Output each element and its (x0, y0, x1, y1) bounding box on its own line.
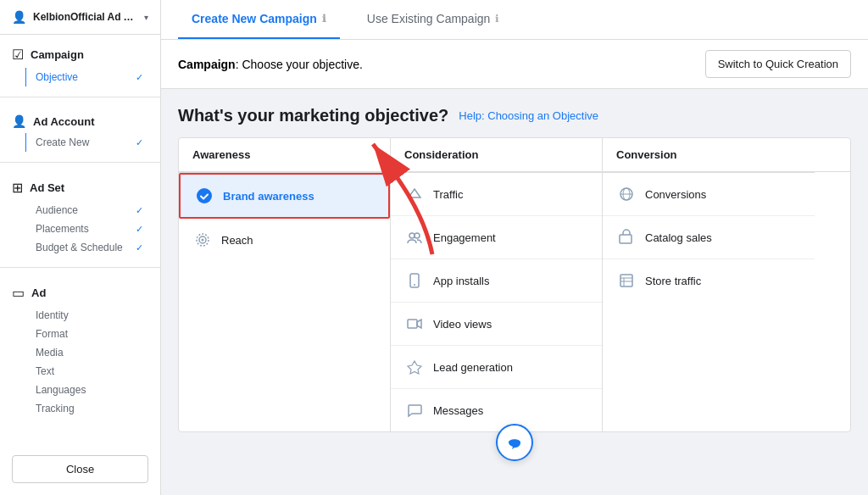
svg-point-8 (414, 284, 415, 286)
create-new-label: Create New (36, 136, 89, 148)
svg-rect-9 (408, 320, 417, 328)
check-icon-3: ✓ (136, 205, 143, 216)
tab-create-new[interactable]: Create New Campaign ℹ (178, 0, 340, 39)
catalog-sales-icon (616, 227, 637, 248)
float-action-button[interactable] (496, 424, 533, 461)
sidebar-item-languages[interactable]: Languages (12, 381, 148, 399)
divider-1 (0, 97, 160, 97)
lead-gen-icon (404, 357, 425, 377)
check-icon-5: ✓ (136, 242, 143, 253)
objective-banner-text: Campaign: Choose your objective. (178, 58, 363, 71)
header-conversion: Conversion (603, 138, 815, 171)
video-views-item[interactable]: Video views (391, 303, 602, 346)
format-label: Format (36, 328, 68, 340)
sidebar-item-placements[interactable]: Placements ✓ (12, 220, 148, 238)
campaign-title: Campaign (31, 48, 84, 61)
tab-use-existing[interactable]: Use Existing Campaign ℹ (353, 0, 514, 39)
objective-banner: Campaign: Choose your objective. Switch … (161, 40, 868, 89)
ad-set-title: Ad Set (30, 181, 64, 194)
video-views-label: Video views (433, 318, 492, 331)
tabs-bar: Create New Campaign ℹ Use Existing Campa… (161, 0, 868, 40)
media-label: Media (36, 347, 64, 359)
banner-subtext: : Choose your objective. (236, 58, 363, 71)
conversions-item[interactable]: Conversions (603, 173, 815, 216)
traffic-icon (404, 184, 425, 204)
catalog-sales-item[interactable]: Catalog sales (603, 216, 815, 259)
reach-item[interactable]: Reach (179, 219, 390, 261)
header-consideration: Consideration (391, 138, 603, 171)
sidebar-item-format[interactable]: Format (12, 325, 148, 343)
objective-title-text: What's your marketing objective? (178, 106, 448, 125)
objective-label: Objective (36, 71, 78, 83)
brand-awareness-item[interactable]: Brand awareness (179, 173, 390, 219)
awareness-col: Brand awareness Rea (179, 172, 391, 431)
check-icon-2: ✓ (136, 137, 143, 148)
audience-label: Audience (36, 204, 78, 216)
app-installs-item[interactable]: App installs (391, 259, 602, 303)
svg-point-0 (197, 188, 212, 203)
objective-section-title: What's your marketing objective? Help: C… (178, 106, 851, 125)
account-icon: 👤 (12, 10, 26, 24)
account-selector[interactable]: 👤 KelbionOfficial Ad Account... ▾ (0, 0, 160, 35)
campaign-icon: ☑ (12, 47, 24, 63)
sidebar-item-audience[interactable]: Audience ✓ (12, 201, 148, 220)
messages-label: Messages (433, 404, 483, 417)
app-installs-label: App installs (433, 275, 489, 287)
objective-section: What's your marketing objective? Help: C… (161, 89, 868, 449)
svg-marker-4 (409, 189, 420, 197)
sidebar-section-campaign: ☑ Campaign Objective ✓ (0, 35, 160, 92)
messages-icon (404, 400, 425, 420)
lead-gen-item[interactable]: Lead generation (391, 346, 602, 389)
check-icon-4: ✓ (136, 224, 143, 235)
text-label: Text (36, 365, 54, 377)
traffic-item[interactable]: Traffic (391, 173, 602, 216)
sidebar-item-objective[interactable]: Objective ✓ (12, 68, 148, 86)
sidebar-item-identity[interactable]: Identity (12, 306, 148, 325)
sidebar-item-budget-schedule[interactable]: Budget & Schedule ✓ (12, 238, 148, 257)
lead-gen-label: Lead generation (433, 361, 513, 374)
engagement-item[interactable]: Engagement (391, 216, 602, 259)
main-content: Create New Campaign ℹ Use Existing Campa… (161, 0, 868, 495)
chevron-down-icon: ▾ (144, 13, 148, 22)
placements-label: Placements (36, 223, 89, 235)
close-button[interactable]: Close (12, 455, 148, 483)
store-traffic-item[interactable]: Store traffic (603, 259, 815, 302)
sidebar-section-ad-set: ⊞ Ad Set Audience ✓ Placements ✓ Budget … (0, 168, 160, 262)
sidebar-item-text[interactable]: Text (12, 362, 148, 381)
ad-icon: ▭ (12, 285, 25, 301)
ad-set-icon: ⊞ (12, 180, 23, 196)
conversions-label: Conversions (645, 188, 706, 201)
store-traffic-icon (616, 270, 637, 291)
languages-label: Languages (36, 384, 86, 396)
divider-2 (0, 162, 160, 163)
tab-use-existing-label: Use Existing Campaign (367, 12, 491, 25)
sidebar-item-tracking[interactable]: Tracking (12, 399, 148, 418)
section-header-ad-account: 👤 Ad Account (12, 114, 148, 128)
tab-use-existing-info: ℹ (495, 13, 499, 25)
svg-point-6 (415, 233, 420, 238)
svg-rect-15 (620, 235, 632, 243)
brand-awareness-icon (194, 186, 214, 206)
tab-create-new-info: ℹ (322, 13, 326, 25)
messages-item[interactable]: Messages (391, 389, 602, 431)
header-awareness: Awareness (179, 138, 391, 171)
sidebar-item-media[interactable]: Media (12, 343, 148, 362)
tab-create-new-label: Create New Campaign (192, 12, 317, 25)
banner-label: Campaign (178, 58, 236, 71)
quick-creation-button[interactable]: Switch to Quick Creation (705, 50, 851, 78)
objectives-body-row: Brand awareness Rea (179, 172, 850, 431)
sidebar-item-create-new-account[interactable]: Create New ✓ (12, 133, 148, 152)
reach-icon (192, 230, 213, 250)
svg-point-5 (409, 233, 415, 238)
video-views-icon (404, 314, 425, 334)
check-icon: ✓ (136, 72, 143, 83)
svg-marker-11 (408, 361, 421, 374)
main-wrapper: Create New Campaign ℹ Use Existing Campa… (161, 0, 868, 495)
consideration-col: Traffic (391, 172, 603, 431)
account-name: KelbionOfficial Ad Account... (33, 11, 137, 23)
ad-account-icon: 👤 (12, 114, 26, 128)
engagement-icon (404, 227, 425, 248)
help-link[interactable]: Help: Choosing an Objective (459, 109, 598, 122)
svg-rect-16 (620, 275, 632, 286)
store-traffic-label: Store traffic (645, 275, 701, 287)
